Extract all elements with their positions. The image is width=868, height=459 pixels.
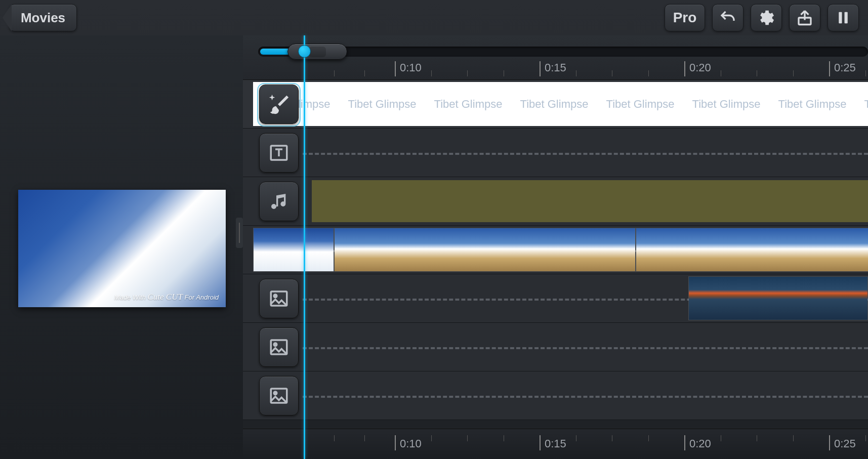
track-video-1[interactable] xyxy=(243,226,868,274)
zoom-slider-track[interactable] xyxy=(258,47,868,57)
track-video-4[interactable] xyxy=(243,371,868,420)
title-clip-text: Tibet Glimpse xyxy=(425,98,511,111)
title-clip-text: Tibet Glimpse xyxy=(597,98,683,111)
title-clip-text: Tibet Glimpse xyxy=(769,98,855,111)
svg-point-11 xyxy=(274,391,277,394)
title-clip-text: Tibet Glimpse xyxy=(855,98,868,111)
empty-track-line xyxy=(303,396,868,398)
svg-rect-2 xyxy=(845,12,848,24)
svg-point-7 xyxy=(274,294,277,297)
watermark-suffix: For Android xyxy=(185,294,219,301)
timeline: 0:10 0:15 0:20 0:25 Tibet Glimpse Tibet … xyxy=(243,35,868,459)
pause-button[interactable] xyxy=(828,4,859,31)
tick-label: 0:25 xyxy=(834,437,856,450)
image-icon xyxy=(268,288,290,309)
share-button[interactable] xyxy=(789,4,820,31)
image-icon xyxy=(268,385,290,406)
share-icon xyxy=(796,9,814,27)
track-video-3[interactable] xyxy=(243,323,868,371)
video-track-3-button[interactable] xyxy=(259,327,299,367)
text-box-icon xyxy=(268,142,290,163)
audio-track-button[interactable] xyxy=(259,182,299,221)
panel-resize-handle[interactable] xyxy=(236,218,243,248)
top-toolbar: Movies Pro xyxy=(0,0,868,35)
video-clip[interactable] xyxy=(688,276,868,320)
empty-track-line xyxy=(303,153,868,155)
gear-icon xyxy=(757,8,776,27)
tick-label: 0:10 xyxy=(400,61,422,74)
tick-label: 0:15 xyxy=(545,61,566,74)
preview-image xyxy=(18,190,226,307)
image-icon xyxy=(268,337,290,358)
track-video-2[interactable] xyxy=(243,274,868,323)
playhead[interactable] xyxy=(304,35,305,459)
preview-watermark: Made With Cute CUT For Android xyxy=(114,292,219,302)
ruler-top[interactable]: 0:10 0:15 0:20 0:25 xyxy=(243,35,868,80)
track-text[interactable] xyxy=(243,129,868,177)
undo-icon xyxy=(719,9,737,27)
video-clip[interactable] xyxy=(636,228,868,272)
paintbrush-sparkle-icon xyxy=(267,93,291,116)
track-audio[interactable] xyxy=(243,177,868,226)
watermark-brand: Cute CUT xyxy=(148,292,183,302)
effects-track-button[interactable] xyxy=(259,85,299,124)
audio-clip[interactable] xyxy=(312,180,868,222)
video-clip[interactable] xyxy=(253,228,334,272)
empty-track-line xyxy=(303,347,868,349)
title-clip-text: Tibet Glimpse xyxy=(339,98,425,111)
settings-button[interactable] xyxy=(751,4,782,31)
zoom-slider-knob[interactable] xyxy=(287,44,347,60)
track-effects[interactable]: Tibet Glimpse Tibet Glimpse Tibet Glimps… xyxy=(243,80,868,129)
toolbar-right-group: Pro xyxy=(665,4,859,31)
title-clip-text: Tibet Glimpse xyxy=(511,98,597,111)
text-track-button[interactable] xyxy=(259,133,299,173)
music-note-icon xyxy=(269,191,289,212)
video-track-2-button[interactable] xyxy=(259,279,299,318)
svg-rect-1 xyxy=(839,12,842,24)
pause-icon xyxy=(836,10,851,26)
back-label: Movies xyxy=(21,10,65,26)
preview-panel: Made With Cute CUT For Android xyxy=(0,35,243,459)
tick-label: 0:10 xyxy=(400,437,422,450)
pro-label: Pro xyxy=(673,10,697,26)
video-track-4-button[interactable] xyxy=(259,376,299,415)
tick-label: 0:25 xyxy=(834,61,856,74)
tick-label: 0:15 xyxy=(545,437,566,450)
tick-label: 0:20 xyxy=(689,437,711,450)
title-clip-text: Tibet Glimpse xyxy=(683,98,769,111)
undo-button[interactable] xyxy=(712,4,743,31)
preview-thumbnail[interactable]: Made With Cute CUT For Android xyxy=(18,190,226,307)
watermark-prefix: Made With xyxy=(114,294,146,301)
title-clip[interactable]: Tibet Glimpse Tibet Glimpse Tibet Glimps… xyxy=(253,82,868,126)
playhead-knob[interactable] xyxy=(298,45,311,58)
tracks-area[interactable]: Tibet Glimpse Tibet Glimpse Tibet Glimps… xyxy=(243,80,868,429)
back-button[interactable]: Movies xyxy=(9,4,77,31)
pro-button[interactable]: Pro xyxy=(665,4,705,31)
svg-point-9 xyxy=(274,343,277,346)
video-clip[interactable] xyxy=(334,228,636,272)
tick-label: 0:20 xyxy=(689,61,711,74)
ruler-bottom[interactable]: 0:10 0:15 0:20 0:25 xyxy=(243,429,868,459)
